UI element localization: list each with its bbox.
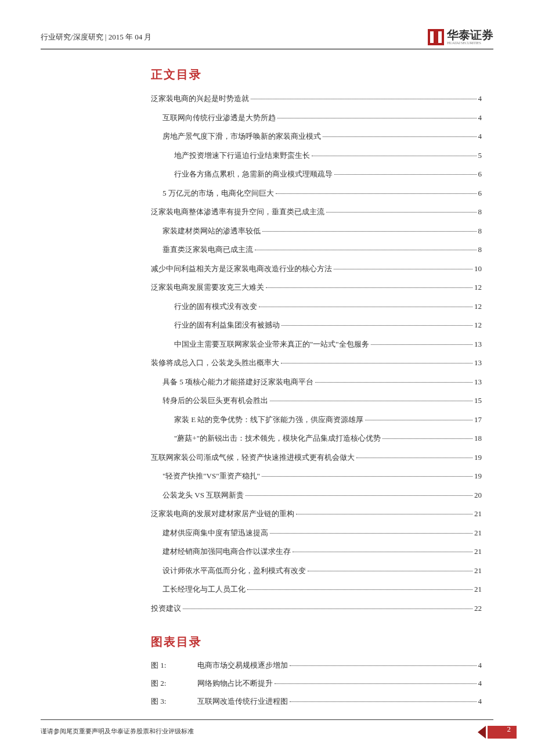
toc-item-text: 互联网向传统行业渗透是大势所趋 — [163, 112, 276, 124]
toc-item[interactable]: 转身后的公装巨头更有机会胜出15 — [151, 395, 482, 406]
toc-item[interactable]: 设计师依水平高低而分化，盈利模式有改变21 — [151, 565, 482, 577]
toc-leader-dots — [371, 344, 472, 345]
toc-item-text: 行业的固有利益集团没有被撼动 — [174, 319, 280, 331]
toc-item[interactable]: 5 万亿元的市场，电商化空间巨大6 — [151, 188, 482, 199]
figure-list-heading: 图表目录 — [151, 634, 482, 650]
figure-label: 图 2: — [151, 678, 186, 689]
figure-text: 网络购物占比不断提升 — [197, 678, 273, 689]
toc-item-page: 8 — [478, 244, 482, 255]
figure-item[interactable]: 图 3:互联网改造传统行业进程图4 — [151, 696, 482, 707]
toc-item-text: 建材经销商加强同电商合作以谋求生存 — [163, 546, 291, 557]
footer-divider — [41, 719, 493, 720]
toc-item[interactable]: 公装龙头 VS 互联网新贵20 — [151, 489, 482, 501]
toc-item-page: 12 — [474, 282, 482, 293]
toc-item-page: 13 — [474, 357, 482, 369]
toc-item-text: "轻资产快推"VS"重资产稳扎" — [163, 470, 260, 482]
toc-list: 泛家装电商的兴起是时势造就4互联网向传统行业渗透是大势所趋4房地产景气度下滑，市… — [151, 93, 482, 614]
toc-leader-dots — [277, 118, 477, 118]
toc-item[interactable]: 垂直类泛家装电商已成主流8 — [151, 244, 482, 255]
page-number: 2 — [507, 725, 511, 734]
company-logo: 华泰证券 HUATAI SECURITIES — [428, 29, 493, 45]
toc-item[interactable]: 家装建材类网站的渗透率较低8 — [151, 225, 482, 237]
figure-text: 电商市场交易规模逐步增加 — [197, 660, 288, 671]
figure-item[interactable]: 图 2:网络购物占比不断提升4 — [151, 678, 482, 689]
toc-item-text: 泛家装电商的兴起是时势造就 — [151, 93, 249, 105]
figure-item[interactable]: 图 1:电商市场交易规模逐步增加4 — [151, 660, 482, 671]
toc-item-page: 8 — [478, 225, 482, 237]
toc-item-page: 13 — [474, 376, 482, 388]
logo-icon — [428, 29, 444, 45]
toc-item-page: 21 — [474, 527, 482, 539]
toc-item-text: 房地产景气度下滑，市场呼唤新的家装商业模式 — [163, 131, 321, 142]
toc-item-page: 13 — [474, 339, 482, 350]
figure-list: 图 1:电商市场交易规模逐步增加4图 2:网络购物占比不断提升4图 3:互联网改… — [151, 660, 482, 707]
logo-subtext: HUATAI SECURITIES — [447, 41, 493, 45]
toc-leader-dots — [259, 307, 472, 307]
toc-item-text: 减少中间利益相关方是泛家装电商改造行业的核心方法 — [151, 263, 332, 275]
toc-item[interactable]: 建材经销商加强同电商合作以谋求生存21 — [151, 546, 482, 557]
toc-item[interactable]: 中国业主需要互联网家装企业带来真正的"一站式"全包服务13 — [151, 339, 482, 350]
toc-item[interactable]: 行业的固有模式没有改变12 — [151, 301, 482, 312]
toc-item[interactable]: 泛家装电商发展需要攻克三大难关12 — [151, 282, 482, 293]
toc-item[interactable]: "蘑菇+"的新锐出击：技术领先，模块化产品集成打造核心优势18 — [151, 433, 482, 444]
toc-item-page: 4 — [478, 93, 482, 105]
toc-item-text: 转身后的公装巨头更有机会胜出 — [163, 395, 268, 406]
breadcrumb: 行业研究/深度研究 | 2015 年 04 月 — [41, 32, 151, 42]
toc-item[interactable]: 工长经理化与工人员工化21 — [151, 584, 482, 595]
toc-item-page: 12 — [474, 319, 482, 331]
toc-item[interactable]: 地产投资增速下行逼迫行业结束野蛮生长5 — [151, 150, 482, 161]
logo-text: 华泰证券 — [447, 29, 493, 41]
toc-item[interactable]: 泛家装电商整体渗透率有提升空间，垂直类已成主流8 — [151, 206, 482, 218]
toc-item-text: 设计师依水平高低而分化，盈利模式有改变 — [163, 565, 306, 577]
toc-leader-dots — [247, 589, 472, 590]
content-area: 正文目录 泛家装电商的兴起是时势造就4互联网向传统行业渗透是大势所趋4房地产景气… — [151, 67, 482, 707]
toc-item[interactable]: 减少中间利益相关方是泛家装电商改造行业的核心方法10 — [151, 263, 482, 275]
toc-item[interactable]: "轻资产快推"VS"重资产稳扎"19 — [151, 470, 482, 482]
toc-leader-dots — [356, 458, 472, 458]
toc-item-page: 15 — [474, 395, 482, 406]
toc-leader-dots — [293, 552, 472, 552]
toc-item-page: 4 — [478, 112, 482, 124]
toc-item[interactable]: 家装 E 站的竞争优势：线下扩张能力强，供应商资源雄厚17 — [151, 414, 482, 426]
toc-item-text: 泛家装电商的发展对建材家居产业链的重构 — [151, 508, 294, 520]
toc-item-text: 泛家装电商整体渗透率有提升空间，垂直类已成主流 — [151, 206, 324, 218]
toc-leader-dots — [276, 193, 477, 194]
toc-leader-dots — [270, 401, 472, 401]
toc-item-text: 装修将成总入口，公装龙头胜出概率大 — [151, 357, 279, 369]
page-footer: 谨请参阅尾页重要声明及华泰证券股票和行业评级标准 2 — [41, 719, 534, 739]
page-number-marker: 2 — [485, 723, 517, 739]
toc-leader-dots — [334, 269, 472, 269]
toc-item[interactable]: 投资建议22 — [151, 603, 482, 614]
toc-item-page: 18 — [474, 433, 482, 444]
toc-item[interactable]: 行业各方痛点累积，急需新的商业模式理顺疏导6 — [151, 168, 482, 180]
toc-leader-dots — [323, 136, 477, 137]
toc-leader-dots — [383, 438, 472, 439]
toc-item-page: 8 — [478, 206, 482, 218]
figure-label: 图 3: — [151, 696, 186, 707]
figure-text: 互联网改造传统行业进程图 — [197, 696, 288, 707]
toc-item[interactable]: 泛家装电商的兴起是时势造就4 — [151, 93, 482, 105]
toc-item[interactable]: 行业的固有利益集团没有被撼动12 — [151, 319, 482, 331]
toc-item[interactable]: 互联网家装公司渐成气候，轻资产快速推进模式更有机会做大19 — [151, 452, 482, 463]
toc-item-page: 21 — [474, 565, 482, 577]
toc-item[interactable]: 泛家装电商的发展对建材家居产业链的重构21 — [151, 508, 482, 520]
toc-item-page: 21 — [474, 584, 482, 595]
toc-item-text: 家装建材类网站的渗透率较低 — [163, 225, 261, 237]
toc-leader-dots — [246, 495, 472, 496]
toc-item-page: 22 — [474, 603, 482, 614]
figure-page: 4 — [478, 661, 482, 670]
toc-leader-dots — [315, 382, 472, 383]
toc-leader-dots — [282, 325, 472, 326]
toc-item-text: 地产投资增速下行逼迫行业结束野蛮生长 — [174, 150, 310, 161]
toc-heading: 正文目录 — [151, 67, 482, 82]
toc-item[interactable]: 装修将成总入口，公装龙头胜出概率大13 — [151, 357, 482, 369]
footer-disclaimer: 谨请参阅尾页重要声明及华泰证券股票和行业评级标准 — [41, 727, 194, 736]
toc-item[interactable]: 互联网向传统行业渗透是大势所趋4 — [151, 112, 482, 124]
toc-leader-dots — [251, 99, 477, 99]
toc-leader-dots — [312, 156, 477, 156]
figure-page: 4 — [478, 679, 482, 688]
toc-item[interactable]: 建材供应商集中度有望迅速提高21 — [151, 527, 482, 539]
toc-item[interactable]: 具备 5 项核心能力才能搭建好泛家装电商平台13 — [151, 376, 482, 388]
toc-item[interactable]: 房地产景气度下滑，市场呼唤新的家装商业模式4 — [151, 131, 482, 142]
toc-leader-dots — [281, 363, 472, 363]
